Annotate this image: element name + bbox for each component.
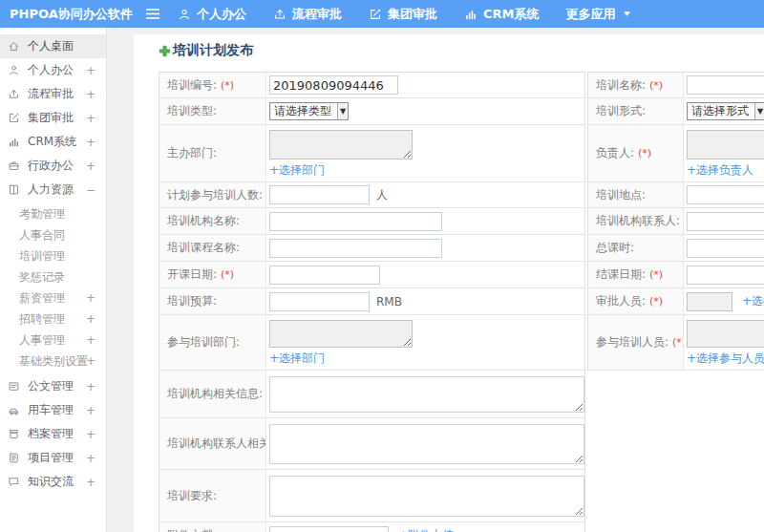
planned-participants-input[interactable] [269,185,370,204]
field-cell-start-date [266,262,584,287]
sidebar-subitem-recruitment-mgmt[interactable]: 招聘管理+ [0,309,106,330]
sidebar-item-label: 用车管理 [28,402,74,418]
approvers-picker-link[interactable]: +选择审批人员 [742,293,764,309]
field-label-training-form: 培训形式: [588,98,684,124]
topbar-nav-item-workflow-approval[interactable]: 流程审批 [273,6,342,23]
sidebar-item-vehicle-mgmt[interactable]: 用车管理+ [0,398,106,422]
training-org-contact-info-textarea[interactable] [269,424,584,464]
host-department-selected-box[interactable] [269,130,413,160]
sidebar-item-crm-system[interactable]: CRM系统+ [0,130,106,154]
training-name-input[interactable] [687,75,764,95]
training-location-input[interactable] [687,185,764,204]
content-area: 个人桌面个人办公+流程审批+集团审批+CRM系统+行政办公+人力资源−考勤管理人… [0,28,764,532]
field-label-planned-participants: 计划参与培训人数:(*) [159,182,266,207]
form-row-approvers: 审批人员:(*)+选择审批人员 [588,288,764,315]
sidebar-subitem-personnel-mgmt[interactable]: 人事管理+ [0,330,106,351]
app-topbar: PHPOA协同办公软件 个人办公流程审批集团审批CRM系统更多应用 [0,0,764,28]
leader-picker-link[interactable]: +选择负责人 [687,162,753,179]
label-text: 培训机构联系人: [596,213,680,229]
sidebar-item-label: 人力资源 [28,181,74,198]
select-arrow-icon: ▼ [754,103,764,119]
training-requirements-textarea[interactable] [269,476,584,517]
required-mark: (*) [649,295,663,308]
topbar-nav-item-personal-office[interactable]: 个人办公 [178,6,246,23]
training-org-name-input[interactable] [269,212,442,231]
leader-selected-box[interactable] [687,130,764,160]
training-no-input[interactable] [269,75,398,95]
required-mark: (*) [638,147,651,160]
start-date-input[interactable] [269,266,380,285]
sidebar-item-knowledge-exchange[interactable]: 知识交流+ [0,470,106,494]
sidebar-item-admin-office[interactable]: 行政办公+ [0,154,106,178]
sidebar-item-label: 集团审批 [28,110,74,126]
required-mark: (*) [649,79,663,92]
expand-plus-icon: + [86,89,96,100]
upload-icon [273,8,286,21]
training-course-name-input[interactable] [269,239,442,258]
field-cell-approvers: +选择审批人员 [684,288,764,314]
form-row-host-department: 主办部门:+选择部门 [159,125,584,182]
sidebar-subitem-base-category-settings[interactable]: 基础类别设置+ [0,351,106,372]
expand-plus-icon: + [86,453,96,464]
label-text: 培训机构联系人相关信息: [167,436,266,452]
topbar-nav-item-more-apps[interactable]: 更多应用 [566,6,631,23]
field-cell-attachment-doc: +附件上传 [266,522,584,532]
participating-departments-picker-link[interactable]: +选择部门 [269,351,325,367]
field-cell-training-requirements [266,470,584,521]
sidebar-item-project-mgmt[interactable]: 项目管理+ [0,446,106,470]
sidebar-subitem-salary-mgmt[interactable]: 薪资管理+ [0,287,106,309]
training-form-select[interactable]: 请选择形式▼ [687,102,764,120]
sidebar-item-archive-mgmt[interactable]: 档案管理+ [0,422,106,446]
sidebar-subitem-label: 培训管理 [19,248,65,265]
field-label-training-location: 培训地点: [588,182,684,207]
attachment-doc-link[interactable]: +附件上传 [398,527,454,532]
hamburger-menu-icon[interactable] [145,8,160,20]
training-org-info-textarea[interactable] [269,376,584,413]
field-label-training-course-name: 培训课程名称: [159,235,266,261]
topbar-nav-item-crm-system[interactable]: CRM系统 [464,6,540,23]
topbar-nav-label: 个人办公 [197,6,246,23]
field-label-training-type: 培训类型: [159,98,266,124]
end-date-input[interactable] [687,266,764,285]
field-label-end-date: 结课日期:(*) [588,262,684,287]
sidebar-item-human-resources[interactable]: 人力资源− [0,178,106,202]
sidebar-item-personal-desktop[interactable]: 个人桌面 [0,34,106,58]
participants-picker-link[interactable]: +选择参与人员 [687,351,764,367]
attachment-doc-input[interactable] [269,526,389,532]
chart-icon [464,8,478,21]
field-cell-training-form: 请选择形式▼ [684,98,764,124]
sidebar-subitem-attendance-mgmt[interactable]: 考勤管理 [0,203,106,224]
training-budget-input[interactable] [269,292,370,311]
participating-departments-selected-box[interactable] [269,320,413,348]
required-mark: (*) [672,336,684,349]
training-org-contact-input[interactable] [687,212,764,231]
sidebar-subitem-training-mgmt[interactable]: 培训管理 [0,245,106,266]
field-label-participants: 参与培训人员:(*) [588,315,684,370]
label-text: 培训编号: [167,77,217,94]
training-type-select[interactable]: 请选择类型▼ [269,102,349,120]
field-cell-training-org-contact [684,208,764,234]
sidebar-subitem-reward-records[interactable]: 奖惩记录 [0,266,106,287]
page-header: 培训计划发布 [159,40,764,61]
host-department-picker-link[interactable]: +选择部门 [269,162,325,179]
approvers-selected-box[interactable] [687,292,732,311]
field-label-leader: 负责人:(*) [588,125,684,181]
form-row-training-name: 培训名称:(*) [588,73,764,98]
form-row-training-org-contact-info: 培训机构联系人相关信息: [159,418,584,470]
sidebar-subitem-label: 薪资管理 [19,290,65,307]
user-icon [8,64,22,76]
sidebar-subitem-label: 基础类别设置 [19,353,88,370]
sidebar-item-workflow-approval[interactable]: 流程审批+ [0,82,106,106]
car-icon [8,404,22,416]
sidebar-item-personal-office[interactable]: 个人办公+ [0,58,106,82]
sidebar-item-label: 公文管理 [28,378,74,394]
sidebar-item-group-approval[interactable]: 集团审批+ [0,106,106,130]
participants-selected-box[interactable] [687,320,764,348]
total-hours-input[interactable] [687,239,764,258]
topbar-nav-item-group-approval[interactable]: 集团审批 [369,6,437,23]
sidebar-subitem-hr-contract[interactable]: 人事合同 [0,224,106,245]
label-text: 培训机构名称: [167,213,240,229]
required-mark: (*) [221,268,234,281]
sidebar-item-document-mgmt[interactable]: 公文管理+ [0,374,106,398]
label-text: 培训名称: [596,77,646,94]
